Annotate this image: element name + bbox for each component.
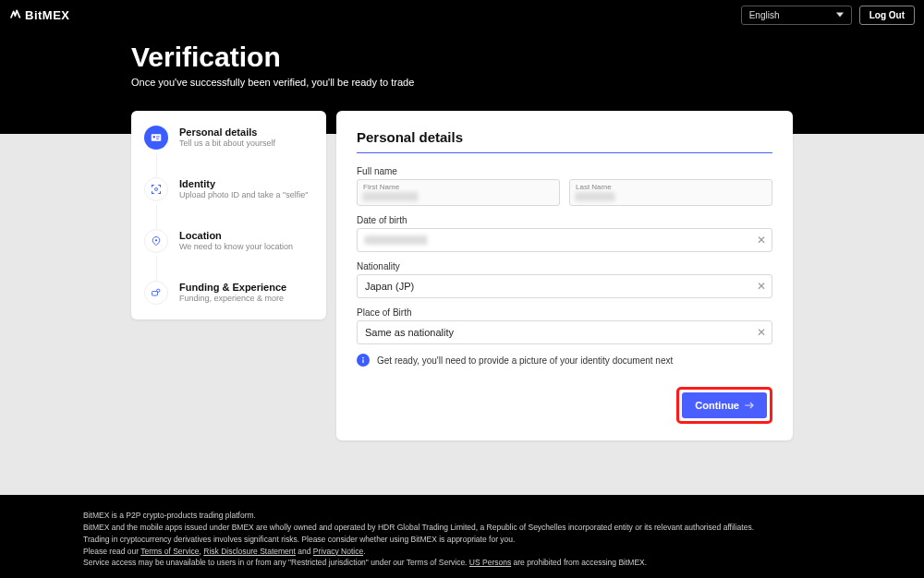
top-header: BitMEX English Log Out [0,0,924,30]
step-location[interactable]: Location We need to know your location [144,229,313,253]
svg-rect-9 [362,359,363,363]
step-title: Identity [179,178,308,189]
arrow-right-icon [745,402,754,409]
footer-l2: BitMEX and the mobile apps issued under … [83,522,841,534]
fullname-label: Full name [357,166,772,176]
clear-icon[interactable]: ✕ [757,280,766,293]
info-icon [357,354,370,367]
svg-point-5 [155,239,157,241]
scan-icon [144,177,168,201]
pob-value: Same as nationality [365,327,454,338]
step-personal-details[interactable]: Personal details Tell us a bit about you… [144,126,313,150]
first-name-value-redacted [363,192,419,201]
dob-label: Date of birth [357,215,772,225]
continue-label: Continue [695,400,739,411]
funding-icon [144,281,168,305]
clear-icon[interactable]: ✕ [757,326,766,339]
footer-l4: Please read our Terms of Service, Risk D… [83,546,841,558]
clear-icon[interactable]: ✕ [757,234,766,247]
svg-point-1 [153,136,155,138]
tos-link[interactable]: Terms of Service [140,547,199,556]
caret-down-icon [836,11,844,18]
step-identity[interactable]: Identity Upload photo ID and take a "sel… [144,177,313,201]
person-card-icon [144,126,168,150]
form-panel: Personal details Full name First Name La… [336,111,793,440]
nationality-value: Japan (JP) [365,281,414,292]
footer: BitMEX is a P2P crypto-products trading … [0,495,924,578]
step-funding[interactable]: Funding & Experience Funding, experience… [144,281,313,305]
svg-rect-0 [152,134,162,141]
step-sub: Upload photo ID and take a "selfie" [179,190,308,201]
dob-input[interactable]: ✕ [357,228,772,252]
step-title: Funding & Experience [179,282,286,293]
svg-point-4 [155,188,158,191]
first-name-input[interactable]: First Name [357,179,560,206]
svg-rect-3 [156,138,159,139]
privacy-link[interactable]: Privacy Notice [313,547,363,556]
info-text: Get ready, you'll need to provide a pict… [377,355,673,366]
page-title: Verification [131,42,414,73]
language-select[interactable]: English [741,6,852,25]
continue-highlight: Continue [676,387,772,424]
nationality-select[interactable]: Japan (JP) ✕ [357,274,772,298]
step-sub: Tell us a bit about yourself [179,138,275,150]
step-title: Location [179,230,293,241]
brand-logo[interactable]: BitMEX [9,8,70,22]
first-name-sublabel: First Name [363,183,553,191]
steps-sidebar: Personal details Tell us a bit about you… [131,111,326,319]
place-of-birth-select[interactable]: Same as nationality ✕ [357,320,772,344]
last-name-value-redacted [576,192,614,201]
language-value: English [749,10,780,20]
footer-l1: BitMEX is a P2P crypto-products trading … [83,510,841,522]
footer-l3: Trading in cryptocurrency derivatives in… [83,534,841,546]
logo-icon [9,8,22,21]
svg-point-7 [157,289,160,292]
step-sub: We need to know your location [179,242,293,253]
pob-label: Place of Birth [357,307,772,318]
step-sub: Funding, experience & more [179,294,286,305]
risk-link[interactable]: Risk Disclosure Statement [203,547,296,556]
nationality-label: Nationality [357,261,772,271]
dob-value-redacted [365,235,428,245]
step-title: Personal details [179,126,275,138]
logout-button[interactable]: Log Out [859,6,915,25]
svg-point-8 [362,357,364,359]
brand-text: BitMEX [25,8,70,22]
last-name-sublabel: Last Name [576,183,766,191]
svg-rect-2 [156,137,160,138]
form-title: Personal details [357,129,772,153]
svg-rect-6 [152,292,158,296]
footer-l5: Service access may be unavailable to use… [83,557,841,569]
page-subtitle: Once you've successfully been verified, … [131,77,414,88]
last-name-input[interactable]: Last Name [569,179,772,206]
us-persons-link[interactable]: US Persons [469,558,511,567]
continue-button[interactable]: Continue [682,392,767,418]
location-pin-icon [144,229,168,253]
